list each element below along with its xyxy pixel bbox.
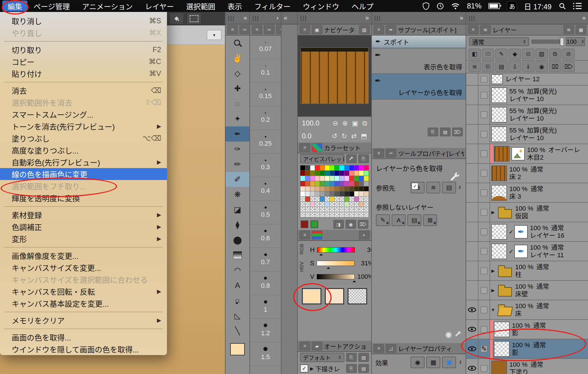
panel-menu-icon[interactable] [374, 25, 384, 34]
layer-visibility-toggle[interactable] [466, 164, 478, 183]
palette-swatch[interactable] [354, 186, 359, 191]
fill-tool-icon[interactable] [169, 13, 184, 24]
opacity-value[interactable]: 100 ⇕ [566, 37, 585, 46]
palette-swatch[interactable] [344, 202, 349, 207]
layer-name[interactable]: 下塗り [509, 368, 543, 374]
layer-toggle-button[interactable]: ▨ [536, 49, 548, 59]
palette-swatch[interactable] [335, 207, 339, 212]
palette-swatch[interactable] [305, 202, 310, 207]
palette-swatch[interactable] [349, 212, 354, 217]
palette-swatch[interactable] [330, 202, 335, 207]
layer-row[interactable]: ✎ 100 %通常 影 [466, 339, 588, 359]
menubar-item[interactable]: 選択範囲 [180, 0, 221, 12]
navigator-icon[interactable]: ▣ [312, 25, 322, 34]
subtool-item[interactable]: ✒ レイヤーから色を取得 [372, 74, 466, 100]
palette-swatch[interactable] [344, 165, 349, 170]
palette-swatch[interactable] [310, 197, 315, 202]
palette-action-icon[interactable]: ◨ [333, 220, 344, 229]
palette-swatch[interactable] [349, 181, 354, 186]
opacity-slider[interactable] [531, 40, 564, 44]
layer-toggle-button[interactable]: ◧ [469, 49, 481, 59]
palette-swatch[interactable] [354, 181, 359, 186]
layer-row[interactable]: 55 %加算(発光) レイヤー 10 [466, 125, 588, 144]
action-icon[interactable]: ⎘ [346, 364, 357, 373]
palette-swatch[interactable] [354, 202, 359, 207]
palette-swatch[interactable] [320, 181, 325, 186]
panel-grip[interactable]: |||» [466, 12, 588, 24]
layer-thumbnail[interactable] [494, 146, 510, 162]
menu-item[interactable]: 高度な塗りつぶし... [0, 144, 167, 156]
layer-name[interactable]: 床壁 [515, 290, 549, 298]
history-icon[interactable] [436, 2, 444, 10]
palette-swatch[interactable] [354, 165, 359, 170]
layer-toggle-button[interactable]: ⬭ [482, 49, 494, 59]
palette-swatch[interactable] [354, 212, 359, 217]
menubar-item[interactable]: ウィンドウ [297, 0, 345, 12]
tool-button[interactable]: ■ [226, 248, 249, 263]
layer-edit-target-cell[interactable] [478, 86, 490, 105]
zoom-control-icon[interactable]: ⧉ [362, 119, 367, 127]
layer-name[interactable]: 床 [515, 310, 549, 317]
palette-swatch[interactable] [330, 212, 335, 217]
brush-icon[interactable]: ✑ [264, 25, 274, 34]
brush-size-item[interactable]: 1 [250, 295, 281, 319]
menu-item[interactable]: 消去 ⌫ [0, 84, 167, 96]
chevron-down-icon[interactable]: ▾ [276, 25, 281, 34]
collapse-handle[interactable]: « [281, 12, 297, 24]
layer-visibility-toggle[interactable] [466, 144, 478, 163]
auto-action-item[interactable]: ✓ ▶ 下描きレ ⎘▤ [298, 363, 371, 374]
palette-swatch[interactable] [330, 171, 335, 176]
palette-swatch[interactable] [349, 165, 354, 170]
palette-swatch[interactable] [310, 202, 315, 207]
layer-row[interactable]: 100 %通常 床 3 [466, 183, 588, 203]
palette-swatch[interactable] [335, 181, 339, 186]
layer-name[interactable]: レイヤー 16 [530, 232, 564, 239]
layer-edit-target-cell[interactable] [478, 125, 490, 144]
palette-swatch[interactable] [359, 197, 364, 202]
layer-thumbnail[interactable] [491, 126, 507, 142]
effect-button[interactable]: ▩ [426, 357, 440, 368]
layer-thumbnail[interactable] [491, 87, 507, 103]
hsv-slider-track[interactable] [317, 274, 355, 279]
tool-button[interactable]: ✑ [226, 142, 249, 157]
fan-icon[interactable]: ✺ [445, 330, 452, 340]
layer-toggle-button[interactable]: ⊙ [522, 49, 534, 59]
palette-swatch[interactable] [364, 202, 369, 207]
layer-edit-target-cell[interactable] [478, 320, 490, 339]
menubar-item[interactable]: レイヤー [139, 0, 180, 12]
image-icon[interactable]: ▨ [359, 25, 369, 34]
palette-swatch[interactable] [325, 212, 330, 217]
layer-thumbnail[interactable] [491, 165, 507, 181]
palette-swatch[interactable] [359, 191, 364, 196]
palette-swatch[interactable] [330, 197, 335, 202]
panel-menu-icon[interactable] [468, 25, 478, 34]
layer-edit-target-cell[interactable] [478, 203, 490, 222]
layer-visibility-toggle[interactable] [466, 183, 478, 202]
palette-swatch[interactable] [330, 165, 335, 170]
palette-swatch[interactable] [349, 191, 354, 196]
layer-visibility-toggle[interactable] [466, 222, 478, 241]
animation-icon[interactable]: ▦ [576, 25, 586, 34]
panel-menu-icon[interactable] [374, 344, 384, 353]
palette-swatch[interactable] [330, 191, 335, 196]
menu-item[interactable]: キャンバスサイズを変更... [0, 262, 167, 274]
menu-item[interactable]: 線の色を描画色に変更 [0, 168, 167, 180]
palette-swatch[interactable] [359, 207, 364, 212]
palette-swatch[interactable] [305, 165, 310, 170]
layer-edit-target-cell[interactable] [478, 105, 490, 124]
expand-triangle-icon[interactable]: ▶ [310, 366, 314, 371]
palette-swatch[interactable] [300, 197, 305, 202]
palette-swatch[interactable] [344, 212, 349, 217]
canvas[interactable] [167, 45, 225, 374]
palette-swatch[interactable] [325, 197, 330, 202]
palette-swatch[interactable] [325, 186, 330, 191]
layer-row[interactable]: 100 %通常 床 2 [466, 164, 588, 183]
menu-item[interactable] [0, 245, 167, 250]
palette-swatch[interactable] [349, 171, 354, 176]
layer-visibility-toggle[interactable] [466, 339, 478, 358]
foreground-color-chip[interactable] [230, 343, 245, 355]
palette-swatch[interactable] [344, 186, 349, 191]
layer-extra-thumbnail[interactable] [514, 225, 528, 239]
tool-button[interactable]: ✐ [226, 172, 249, 187]
rotate-control-icon[interactable]: ⇄ [351, 132, 357, 140]
